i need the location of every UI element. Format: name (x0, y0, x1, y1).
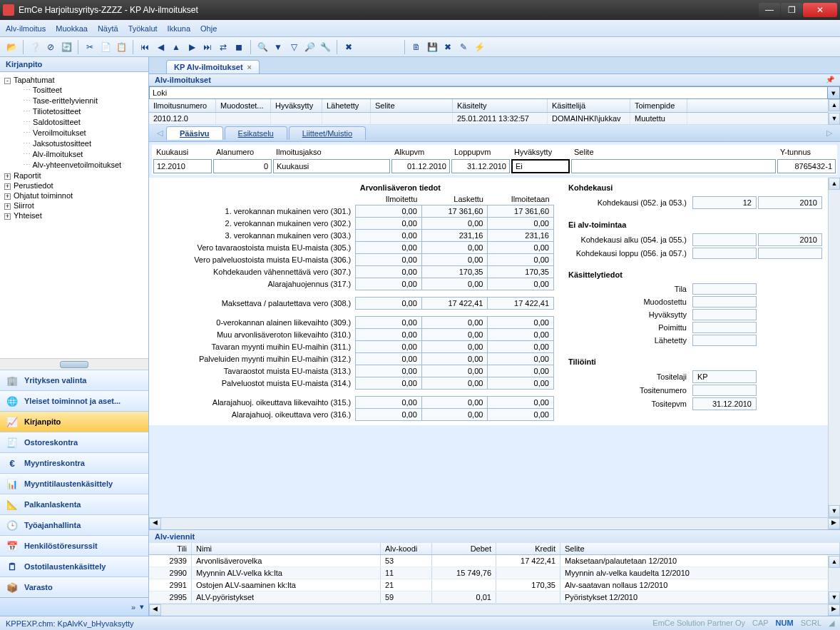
menu-alv[interactable]: Alv-ilmoitus (6, 24, 46, 33)
menu-tyokalut[interactable]: Työkalut (128, 24, 158, 33)
new-icon[interactable]: 🗎 (409, 40, 424, 54)
find-icon[interactable]: 🔍 (255, 40, 270, 54)
vat-cell[interactable]: 0,00 (356, 365, 422, 377)
field-alanumero[interactable]: 0 (213, 159, 272, 173)
tree-item[interactable]: ⋯ Alv-ilmoitukset (3, 149, 145, 160)
open-icon[interactable]: 📂 (4, 40, 19, 54)
nav-last-icon[interactable]: ⏭ (200, 40, 215, 54)
nav-item[interactable]: 🧾Ostoreskontra (0, 432, 148, 452)
tree-item[interactable]: ⋯ Jaksotustositteet (3, 138, 145, 149)
vat-cell[interactable]: 0,00 (356, 353, 422, 365)
vat-cell[interactable]: 0,00 (488, 218, 554, 230)
vat-cell[interactable]: 0,00 (356, 218, 422, 230)
vat-cell[interactable]: 17 422,41 (488, 298, 554, 310)
vat-cell[interactable]: 0,00 (488, 278, 554, 290)
nav-item[interactable]: 🕒Työajanhallinta (0, 514, 148, 535)
minimize-button[interactable]: — (759, 3, 780, 17)
loppu-month[interactable] (692, 248, 757, 259)
help-icon[interactable]: ❔ (28, 40, 42, 54)
nav-item[interactable]: €Myyntireskontra (0, 452, 148, 473)
dropdown-arrow-icon[interactable]: ▾ (827, 87, 839, 98)
entries-scroll-down-icon[interactable]: ▼ (829, 591, 840, 604)
form-hscroll[interactable]: ◀▶ (149, 517, 840, 529)
vat-cell[interactable]: 0,00 (421, 365, 488, 377)
paste-icon[interactable]: 📋 (114, 40, 128, 54)
vat-cell[interactable]: 0,00 (488, 409, 554, 421)
tree-item[interactable]: ⋯ Alv-yhteenvetoilmoitukset (3, 160, 145, 171)
vat-cell[interactable]: 0,00 (421, 397, 488, 409)
vat-cell[interactable]: 170,35 (421, 266, 488, 278)
tree-item[interactable]: +Ohjatut toiminnot (3, 190, 145, 200)
edit-icon[interactable]: ✎ (456, 40, 471, 54)
vat-cell[interactable]: 0,00 (488, 317, 554, 329)
tree-item[interactable]: +Raportit (3, 171, 145, 181)
field-loppupvm[interactable]: 31.12.2010 (451, 159, 510, 173)
vat-cell[interactable]: 0,00 (356, 397, 422, 409)
tila-field[interactable] (692, 283, 757, 295)
stop-icon[interactable]: ◼ (232, 40, 246, 54)
vat-cell[interactable]: 0,00 (356, 341, 422, 353)
field-ytunnus[interactable]: 8765432-1 (777, 159, 836, 173)
tree-item[interactable]: ⋯ Tiliotetositteet (3, 106, 145, 117)
tree-item[interactable]: +Yhteiset (3, 210, 145, 220)
vat-cell[interactable]: 0,00 (421, 254, 488, 266)
close-button[interactable]: ✕ (803, 3, 837, 17)
nav-first-icon[interactable]: ⏮ (138, 40, 152, 54)
vat-cell[interactable]: 0,00 (356, 317, 422, 329)
tositepvm-field[interactable]: 31.12.2010 (692, 397, 757, 410)
tositenumero-field[interactable] (692, 385, 757, 396)
delete2-icon[interactable]: ✖ (441, 40, 455, 54)
field-hyvaksytty[interactable]: Ei (511, 159, 570, 173)
nav-item[interactable]: 📈Kirjanpito (0, 411, 148, 432)
vat-cell[interactable]: 0,00 (421, 341, 488, 353)
pin-icon[interactable]: 📌 (826, 76, 834, 84)
action-icon[interactable]: ⚡ (472, 40, 486, 54)
entry-row[interactable]: 2995ALV-pyöristykset590,01Pyöristykset 1… (149, 591, 840, 604)
filter-off-icon[interactable]: ▽ (287, 40, 301, 54)
sidebar-tree[interactable]: -Tapahtumat⋯ Tositteet⋯ Tase-erittelyvie… (0, 72, 148, 358)
hyv-field[interactable] (692, 309, 757, 320)
lah-field[interactable] (692, 335, 757, 346)
more-icon[interactable]: ▾ (140, 602, 144, 611)
field-selite[interactable] (571, 159, 776, 173)
nav-next-icon[interactable]: ▶ (185, 40, 199, 54)
vat-cell[interactable]: 231,16 (421, 230, 488, 242)
vat-cell[interactable]: 0,00 (421, 409, 488, 421)
subtab-prev-icon[interactable]: ◁ (155, 128, 165, 138)
alku-month[interactable] (692, 233, 757, 246)
vat-cell[interactable]: 0,00 (356, 266, 422, 278)
menu-ohje[interactable]: Ohje (200, 24, 217, 33)
vat-cell[interactable]: 0,00 (356, 409, 422, 421)
vat-cell[interactable]: 0,00 (421, 242, 488, 254)
maximize-button[interactable]: ❐ (781, 3, 802, 17)
sync-icon[interactable]: ⇄ (216, 40, 230, 54)
kohdekausi-month[interactable]: 12 (692, 196, 757, 209)
vat-cell[interactable]: 0,00 (421, 278, 488, 290)
tree-item[interactable]: +Perustiedot (3, 181, 145, 190)
zoom-icon[interactable]: 🔎 (302, 40, 317, 54)
loppu-year[interactable] (758, 248, 822, 259)
form-scroll-down-icon[interactable]: ▼ (829, 505, 840, 517)
menu-muokkaa[interactable]: Muokkaa (56, 24, 88, 33)
tab-kp-alv[interactable]: KP Alv-ilmoitukset × (166, 60, 260, 73)
tree-item[interactable]: +Siirrot (3, 200, 145, 210)
nav-up-icon[interactable]: ▲ (169, 40, 183, 54)
entry-row[interactable]: 2990Myynnin ALV-velka kk:lta1115 749,76M… (149, 567, 840, 579)
tree-item[interactable]: ⋯ Tositteet (3, 85, 145, 96)
nav-item[interactable]: 📅Henkilöstöresurssit (0, 535, 148, 556)
vat-cell[interactable]: 0,00 (421, 377, 488, 390)
vat-cell[interactable]: 0,00 (488, 397, 554, 409)
vat-cell[interactable]: 0,00 (356, 254, 422, 266)
nav-item[interactable]: 📦Varasto (0, 576, 148, 597)
entries-scroll-up-icon[interactable]: ▲ (829, 556, 840, 568)
field-kuukausi[interactable]: 12.2010 (153, 159, 212, 173)
vat-cell[interactable]: 0,00 (356, 242, 422, 254)
scroll-down-icon[interactable]: ▼ (829, 113, 840, 125)
poim-field[interactable] (692, 322, 757, 333)
delete-icon[interactable]: ✖ (342, 40, 356, 54)
vat-cell[interactable]: 17 361,60 (421, 205, 488, 218)
nav-item[interactable]: 📐Palkanlaskenta (0, 494, 148, 514)
vat-cell[interactable]: 231,16 (488, 230, 554, 242)
tab-close-icon[interactable]: × (247, 63, 252, 71)
subtab-liitteet[interactable]: Liitteet/Muistio (289, 126, 366, 140)
